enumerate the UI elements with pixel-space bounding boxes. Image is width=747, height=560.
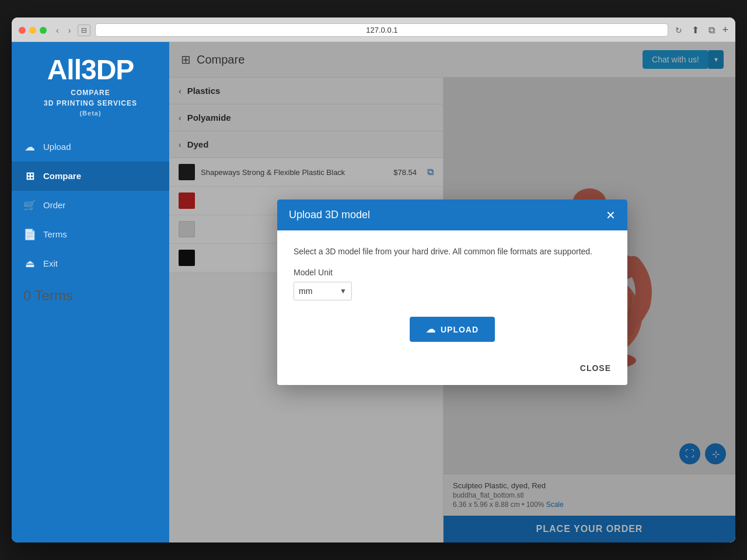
- unit-label: Model Unit: [294, 268, 611, 277]
- minimize-window-button[interactable]: [29, 27, 36, 34]
- modal-body: Select a 3D model file from your hard dr…: [277, 230, 627, 356]
- compare-icon: ⊞: [23, 170, 36, 183]
- exit-icon: ⏏: [23, 257, 36, 270]
- back-button[interactable]: ‹: [54, 24, 61, 36]
- sidebar-item-upload-label: Upload: [43, 142, 71, 152]
- address-bar[interactable]: [95, 23, 668, 37]
- sidebar: All3DP COMPARE 3D PRINTING SERVICES (Bet…: [12, 42, 169, 542]
- browser-chrome: ‹ › ⊟ ↻ ⬆ ⧉ +: [12, 18, 735, 42]
- sidebar-item-upload[interactable]: ☁ Upload: [12, 132, 169, 162]
- sidebar-item-terms[interactable]: 📄 Terms: [12, 220, 169, 249]
- main-content: ⊞ Compare Chat with us! ▾ ‹ Plastics: [169, 42, 735, 542]
- share-button[interactable]: ⬆: [689, 23, 701, 37]
- terms-counter: 0 Terms: [12, 278, 169, 313]
- add-tab-button[interactable]: +: [722, 24, 728, 36]
- modal-header: Upload 3D model ✕: [277, 200, 627, 230]
- duplicate-tab-button[interactable]: ⧉: [706, 24, 717, 37]
- modal-close-link[interactable]: CLOSE: [580, 363, 611, 373]
- dropdown-arrow-icon: ▼: [335, 287, 351, 295]
- close-window-button[interactable]: [19, 27, 26, 34]
- browser-actions: ⬆ ⧉ +: [689, 23, 728, 37]
- sidebar-item-compare[interactable]: ⊞ Compare: [12, 162, 169, 191]
- modal-close-button[interactable]: ✕: [606, 209, 616, 221]
- sidebar-item-terms-label: Terms: [43, 229, 67, 239]
- unit-select[interactable]: mm cm m in ft: [294, 282, 335, 300]
- sidebar-logo: All3DP COMPARE 3D PRINTING SERVICES (Bet…: [12, 42, 169, 128]
- reload-button[interactable]: ↻: [673, 24, 685, 36]
- sidebar-item-order-label: Order: [43, 200, 65, 210]
- upload-icon: ☁: [23, 141, 36, 153]
- logo-subtitle: COMPARE 3D PRINTING SERVICES (Beta): [21, 88, 160, 118]
- sidebar-item-order[interactable]: 🛒 Order: [12, 191, 169, 220]
- modal-description: Select a 3D model file from your hard dr…: [294, 247, 611, 256]
- sidebar-nav: ☁ Upload ⊞ Compare 🛒 Order 📄 Terms ⏏: [12, 132, 169, 278]
- upload-button-label: UPLOAD: [441, 325, 479, 334]
- traffic-lights: [19, 27, 47, 34]
- unit-select-container: mm cm m in ft ▼: [294, 282, 352, 300]
- order-icon: 🛒: [23, 199, 36, 212]
- modal-footer: CLOSE: [277, 356, 627, 385]
- modal-title: Upload 3D model: [289, 209, 370, 221]
- terms-icon: 📄: [23, 228, 36, 241]
- tab-view-button[interactable]: ⊟: [78, 24, 90, 36]
- logo-text: All3DP: [21, 56, 160, 84]
- modal-overlay: Upload 3D model ✕ Select a 3D model file…: [169, 42, 735, 542]
- sidebar-item-exit[interactable]: ⏏ Exit: [12, 249, 169, 278]
- sidebar-item-exit-label: Exit: [43, 258, 58, 268]
- upload-modal: Upload 3D model ✕ Select a 3D model file…: [277, 200, 627, 385]
- app-container: All3DP COMPARE 3D PRINTING SERVICES (Bet…: [12, 42, 735, 542]
- maximize-window-button[interactable]: [40, 27, 47, 34]
- upload-cloud-icon: ☁: [426, 324, 436, 335]
- forward-button[interactable]: ›: [66, 24, 74, 36]
- sidebar-item-compare-label: Compare: [43, 171, 81, 181]
- upload-button[interactable]: ☁ UPLOAD: [410, 317, 495, 342]
